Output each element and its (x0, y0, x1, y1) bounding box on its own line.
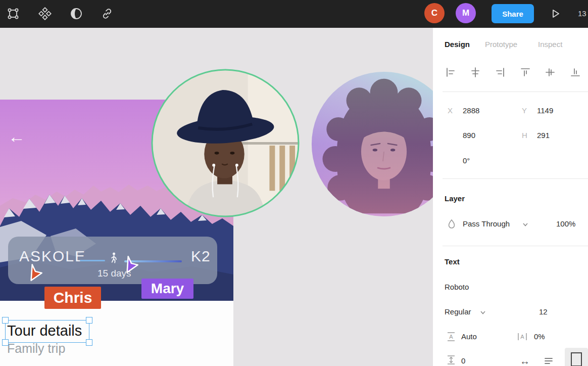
line-height-icon: A (446, 331, 457, 342)
zoom-level[interactable]: 13 (578, 9, 586, 18)
chris-cursor-label: Chris (44, 287, 101, 309)
hiker-icon (108, 252, 119, 266)
top-toolbar: C M Share 13 (0, 0, 588, 28)
y-value-field[interactable]: 1149 (537, 106, 553, 115)
frame-tool-icon[interactable] (7, 7, 20, 20)
chevron-down-icon[interactable] (522, 221, 529, 228)
text-section-heading: Text (445, 257, 460, 266)
align-left-icon[interactable] (445, 67, 456, 78)
contrast-icon[interactable] (70, 7, 83, 20)
properties-panel: Design Prototype Inspect X 2888 Y 1149 8… (433, 28, 588, 366)
line-height-field[interactable]: Auto (461, 332, 477, 341)
mary-cursor-icon (122, 255, 139, 274)
present-play-icon[interactable] (549, 7, 562, 20)
align-top-icon[interactable] (520, 67, 531, 78)
chevron-down-icon[interactable] (479, 309, 486, 316)
paragraph-spacing-field[interactable]: 0 (461, 356, 465, 365)
letter-spacing-field[interactable]: 0% (534, 332, 545, 341)
tab-inspect[interactable]: Inspect (538, 40, 562, 49)
x-value-field[interactable]: 2888 (463, 106, 479, 115)
blend-mode-select[interactable]: Pass Through (463, 219, 510, 228)
width-value-field[interactable]: 890 (463, 131, 475, 140)
avatar-mary[interactable]: M (456, 3, 476, 23)
participant-video-man[interactable] (150, 68, 301, 218)
route-start-label: ASKOLE (19, 248, 86, 265)
divider (443, 178, 588, 179)
mary-cursor-label: Mary (141, 279, 193, 299)
chris-name: Chris (54, 289, 92, 306)
align-right-icon[interactable] (495, 67, 506, 78)
svg-text:A: A (520, 334, 524, 340)
tour-title-text[interactable]: Tour details (7, 323, 82, 339)
frame-resize-chip[interactable] (565, 348, 588, 366)
back-arrow-icon: ← (8, 128, 25, 145)
blend-mode-icon[interactable] (446, 218, 457, 230)
align-bottom-icon[interactable] (570, 67, 581, 78)
font-size-field[interactable]: 12 (539, 307, 548, 316)
components-icon[interactable] (38, 7, 52, 20)
link-icon[interactable] (101, 7, 114, 20)
tab-design[interactable]: Design (445, 40, 470, 49)
divider (443, 246, 588, 246)
y-label: Y (522, 106, 527, 115)
avatar-mary-initial: M (462, 8, 469, 18)
chris-cursor-icon (26, 263, 43, 282)
align-vertical-center-icon[interactable] (545, 67, 556, 78)
font-weight-select[interactable]: Regular (445, 307, 471, 316)
tab-prototype[interactable]: Prototype (485, 40, 517, 49)
share-button[interactable]: Share (492, 4, 534, 23)
opacity-field[interactable]: 100% (556, 219, 575, 228)
paragraph-spacing-icon (446, 354, 457, 365)
frame-icon (571, 352, 582, 366)
figma-app: ← ASKOLE K2 15 days Chris (0, 0, 588, 366)
resize-horizontal-icon[interactable]: ↔ (520, 355, 530, 366)
tour-subtitle-text[interactable]: Family trip (7, 341, 65, 356)
font-family-select[interactable]: Roboto (445, 283, 469, 291)
svg-text:A: A (449, 334, 453, 340)
layer-section-heading: Layer (445, 194, 465, 203)
height-label: H (522, 131, 527, 140)
mary-name: Mary (151, 281, 184, 297)
selection-handle-bottom-right[interactable] (86, 339, 92, 346)
align-horizontal-center-icon[interactable] (470, 67, 481, 78)
route-end-label: K2 (191, 248, 211, 265)
selection-handle-top-right[interactable] (86, 317, 92, 324)
avatar-chris[interactable]: C (424, 3, 445, 23)
x-label: X (448, 106, 453, 115)
design-canvas[interactable]: ← ASKOLE K2 15 days Chris (0, 28, 433, 366)
avatar-chris-initial: C (431, 8, 437, 18)
divider (443, 92, 588, 92)
selection-handle-bottom-left[interactable] (2, 339, 9, 346)
rotation-value-field[interactable]: 0° (463, 156, 470, 165)
letter-spacing-icon: A (517, 331, 528, 342)
text-align-icon[interactable] (543, 355, 554, 366)
height-value-field[interactable]: 291 (537, 131, 550, 140)
route-line-left (80, 260, 105, 261)
